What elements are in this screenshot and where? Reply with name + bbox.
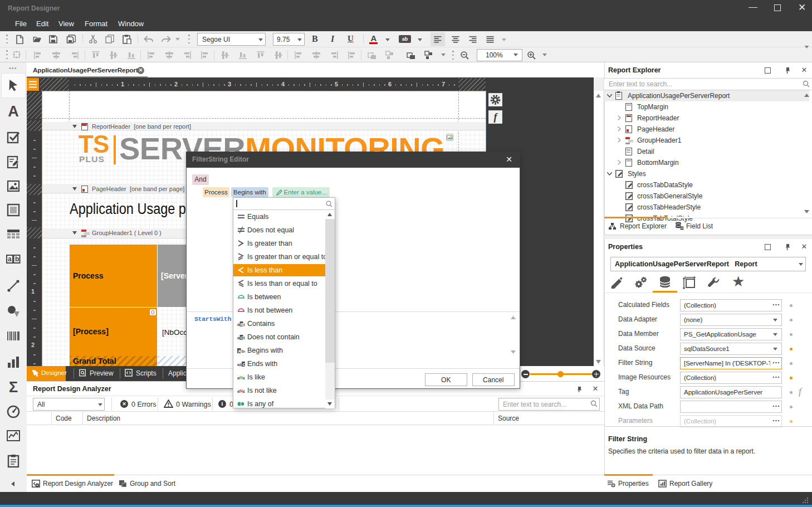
svg-text:b: b xyxy=(243,335,245,340)
svg-text:a: a xyxy=(237,322,240,327)
svg-text:A: A xyxy=(238,349,241,354)
svg-text:c: c xyxy=(243,389,246,394)
svg-text:a: a xyxy=(8,255,12,263)
svg-text:C: C xyxy=(242,362,245,367)
svg-text:c: c xyxy=(243,376,246,381)
svg-text:c: c xyxy=(243,322,245,327)
svg-text:a: a xyxy=(237,335,240,340)
svg-text:b: b xyxy=(15,255,19,263)
svg-text:bc: bc xyxy=(242,349,246,354)
